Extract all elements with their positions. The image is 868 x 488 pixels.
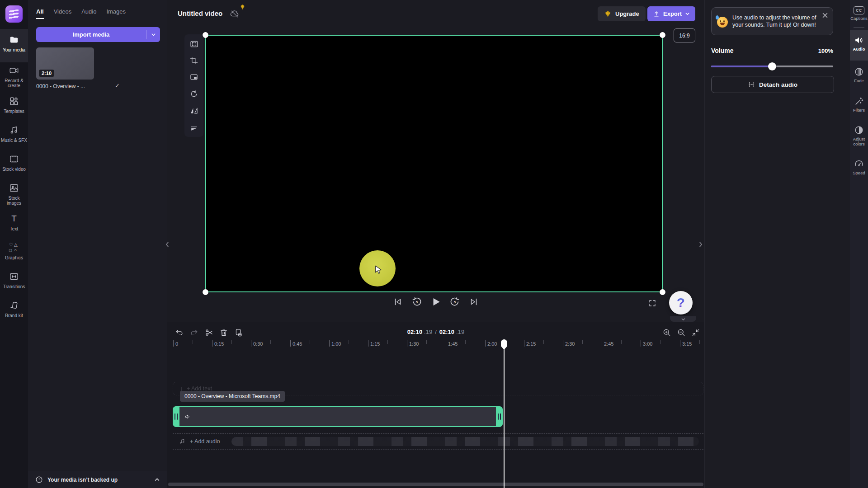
media-item-thumbnail[interactable]: 2:10: [36, 47, 94, 80]
sidebar-item-stock-images[interactable]: Stock images: [0, 183, 28, 206]
tab-audio[interactable]: Audio: [81, 8, 96, 18]
sidebar-item-music-sfx[interactable]: Music & SFX: [0, 125, 28, 143]
transport-controls: 5 5: [167, 296, 704, 308]
tool-item-audio[interactable]: Audio: [850, 35, 868, 52]
tool-item-fade[interactable]: Fade: [850, 67, 868, 84]
timeline-clip[interactable]: [173, 406, 503, 427]
playhead-line[interactable]: [504, 340, 505, 488]
ruler-label: 0:45: [292, 341, 302, 347]
trim-handle-right[interactable]: [496, 406, 503, 427]
sidebar-item-templates[interactable]: Templates: [0, 96, 28, 114]
tool-item-speed[interactable]: Speed: [850, 159, 868, 176]
tab-videos[interactable]: Videos: [54, 8, 72, 18]
sidebar-item-stock-video[interactable]: Stock video: [0, 154, 28, 172]
ruler-label: 2:45: [604, 341, 613, 347]
flip-horizontal-icon[interactable]: [188, 105, 200, 117]
volume-label: Volume: [711, 47, 734, 54]
project-title[interactable]: Untitled video: [178, 9, 222, 17]
resize-handle-bottom-left[interactable]: [203, 289, 208, 295]
media-panel: All Videos Audio Images Import media 2:1…: [28, 0, 168, 488]
upgrade-button[interactable]: Upgrade: [598, 6, 646, 21]
fill-fit-icon[interactable]: [188, 38, 200, 50]
ruler-label: 0:15: [214, 341, 224, 347]
film-strip-icon: [9, 154, 19, 164]
resize-handle-bottom-right[interactable]: [660, 289, 665, 295]
close-icon[interactable]: [822, 12, 828, 19]
sidebar-item-brand-kit[interactable]: Brand kit: [0, 300, 28, 318]
added-check-icon: ✓: [115, 82, 120, 89]
ruler-label: 2:30: [565, 341, 575, 347]
image-icon: [9, 183, 19, 193]
captions-icon: CC: [854, 6, 864, 14]
crop-icon[interactable]: [188, 55, 200, 66]
preview-stage: Untitled video Upgrade Export 16:: [167, 0, 704, 322]
volume-value: 100%: [818, 47, 833, 54]
detach-audio-button[interactable]: Detach audio: [711, 76, 834, 93]
import-media-button[interactable]: Import media: [36, 27, 160, 42]
ruler-label: 1:30: [409, 341, 419, 347]
tool-label: Filters: [853, 108, 865, 113]
premium-gem-icon: [240, 4, 245, 10]
sweat-smile-emoji: [717, 17, 728, 28]
music-note-icon: [9, 125, 19, 136]
seek-seconds-label: 5: [449, 296, 461, 308]
upgrade-label: Upgrade: [615, 10, 639, 17]
brand-kit-icon: [9, 300, 19, 311]
add-audio-track[interactable]: + Add audio: [173, 433, 703, 450]
media-tabs: All Videos Audio Images: [36, 8, 126, 19]
sidebar-label: Music & SFX: [1, 138, 27, 143]
zoom-out-icon[interactable]: [675, 327, 687, 338]
tool-label: Fade: [854, 79, 864, 84]
tool-label: Speed: [853, 171, 865, 176]
skip-to-start-button[interactable]: [392, 296, 404, 308]
camera-icon: [9, 65, 19, 76]
ruler-label: 3:00: [643, 341, 652, 347]
chevron-up-icon[interactable]: [154, 477, 160, 483]
tool-label: Adjust colors: [850, 137, 868, 146]
skip-to-end-button[interactable]: [468, 296, 480, 308]
import-options-button[interactable]: [146, 27, 160, 42]
chevron-down-icon: [685, 11, 690, 16]
rewind-5s-button[interactable]: 5: [411, 296, 423, 308]
trim-handle-left[interactable]: [173, 406, 179, 427]
export-label: Export: [663, 10, 682, 17]
volume-row: Volume 100%: [711, 47, 833, 54]
clipchamp-logo-icon[interactable]: [5, 5, 23, 23]
tool-item-captions[interactable]: CC Captions: [850, 6, 868, 21]
tool-label: Captions: [850, 16, 868, 21]
templates-icon: [9, 96, 19, 107]
zoom-in-icon[interactable]: [661, 327, 673, 338]
flip-vertical-icon[interactable]: [188, 122, 200, 133]
mouse-cursor: [374, 265, 384, 275]
sidebar-item-text[interactable]: T Text: [0, 213, 28, 231]
backup-notice-bar[interactable]: Your media isn’t backed up: [28, 471, 167, 488]
export-button[interactable]: Export: [647, 6, 695, 21]
sidebar-label: Text: [10, 226, 18, 231]
slider-thumb[interactable]: [768, 62, 776, 70]
tool-item-filters[interactable]: Filters: [850, 96, 868, 113]
aspect-ratio-badge[interactable]: 16:9: [674, 28, 695, 42]
picture-in-picture-icon[interactable]: [188, 71, 200, 83]
timeline-scrollbar[interactable]: [168, 483, 703, 486]
volume-slider[interactable]: [711, 62, 833, 70]
collapse-timeline-icon[interactable]: [690, 327, 702, 338]
collapse-left-panel-handle[interactable]: [164, 238, 171, 251]
sidebar-item-your-media[interactable]: Your media: [0, 34, 28, 52]
video-canvas[interactable]: [205, 35, 663, 292]
fullscreen-icon[interactable]: [648, 299, 656, 307]
play-button[interactable]: [430, 296, 442, 308]
sidebar-item-record-create[interactable]: Record & create: [0, 65, 28, 88]
resize-handle-top-right[interactable]: [660, 32, 665, 38]
rotate-icon[interactable]: [188, 88, 200, 100]
sidebar-item-transitions[interactable]: Transitions: [0, 271, 28, 289]
tab-all[interactable]: All: [36, 8, 44, 19]
nav-rail: Your media Record & create Templates Mus…: [0, 0, 28, 488]
tab-images[interactable]: Images: [106, 8, 126, 18]
playhead-handle[interactable]: [501, 339, 507, 347]
tool-item-adjust-colors[interactable]: Adjust colors: [850, 125, 868, 146]
forward-5s-button[interactable]: 5: [449, 296, 461, 308]
collapse-preview-tab[interactable]: [670, 316, 696, 322]
expand-right-panel-handle[interactable]: [697, 238, 704, 251]
sidebar-item-graphics[interactable]: ♡△□○ Graphics: [0, 242, 28, 260]
help-button[interactable]: ?: [669, 291, 693, 314]
